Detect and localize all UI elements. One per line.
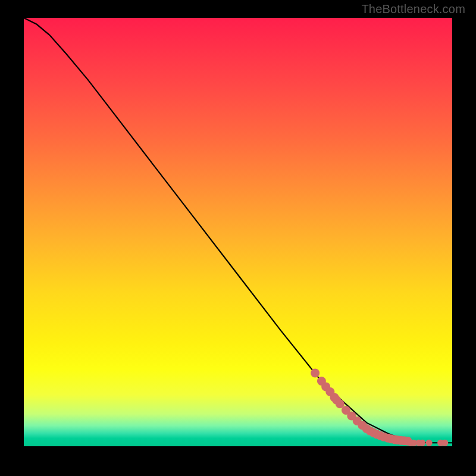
data-point	[317, 377, 326, 386]
data-point	[347, 411, 356, 420]
data-point	[426, 440, 433, 446]
data-point	[415, 440, 422, 446]
data-point	[358, 421, 367, 430]
data-point	[365, 427, 374, 436]
chart-svg	[24, 18, 452, 446]
data-point	[353, 416, 362, 425]
dots-flat	[408, 440, 449, 446]
data-point	[332, 396, 341, 405]
attribution-text: TheBottleneck.com	[361, 2, 465, 16]
data-point	[311, 368, 320, 377]
data-point	[330, 393, 339, 402]
data-point	[387, 434, 396, 443]
plot-area	[24, 18, 452, 446]
data-point	[403, 437, 412, 446]
data-point	[396, 436, 405, 445]
data-point	[411, 440, 417, 446]
dots-on-curve	[311, 368, 412, 445]
data-point	[441, 440, 448, 446]
data-point	[384, 434, 393, 443]
chart-frame: TheBottleneck.com	[0, 0, 476, 476]
data-point	[390, 435, 399, 444]
data-point	[325, 387, 334, 396]
data-point	[419, 440, 425, 446]
data-point	[379, 433, 388, 441]
data-point	[342, 406, 350, 415]
data-point	[408, 440, 414, 446]
data-point	[393, 436, 402, 444]
data-point	[437, 440, 444, 446]
data-point	[400, 436, 409, 445]
data-point	[376, 431, 385, 440]
data-point	[362, 424, 371, 433]
data-point	[372, 430, 381, 439]
data-point	[369, 428, 378, 437]
bottleneck-curve	[24, 18, 452, 443]
data-point	[336, 399, 345, 408]
data-point	[321, 382, 330, 391]
